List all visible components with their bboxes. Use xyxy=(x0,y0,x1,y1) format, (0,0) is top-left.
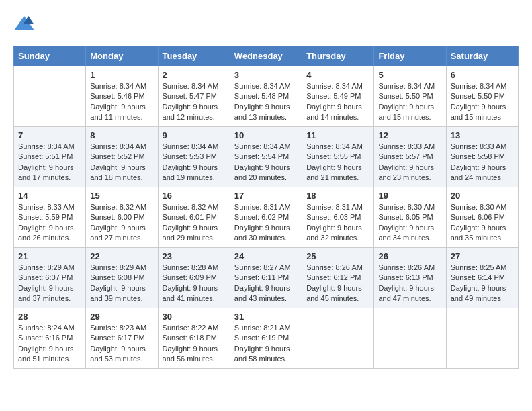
day-number: 2 xyxy=(163,70,226,80)
calendar-header: Sunday Monday Tuesday Wednesday Thursday… xyxy=(14,46,519,66)
page-header xyxy=(13,13,519,35)
day-number: 7 xyxy=(18,130,81,140)
day-number: 31 xyxy=(234,312,298,322)
day-info: Sunrise: 8:25 AMSunset: 6:14 PMDaylight:… xyxy=(451,263,514,304)
day-info: Sunrise: 8:31 AMSunset: 6:03 PMDaylight:… xyxy=(306,202,369,244)
day-number: 11 xyxy=(306,130,369,140)
table-row: 22Sunrise: 8:29 AMSunset: 6:08 PMDayligh… xyxy=(86,248,158,308)
day-number: 8 xyxy=(90,130,153,140)
day-number: 3 xyxy=(234,70,298,80)
table-row: 27Sunrise: 8:25 AMSunset: 6:14 PMDayligh… xyxy=(446,248,518,308)
day-info: Sunrise: 8:33 AMSunset: 5:59 PMDaylight:… xyxy=(18,202,81,244)
day-info: Sunrise: 8:27 AMSunset: 6:11 PMDaylight:… xyxy=(234,263,298,304)
day-info: Sunrise: 8:34 AMSunset: 5:50 PMDaylight:… xyxy=(451,81,514,123)
day-number: 15 xyxy=(90,191,153,201)
calendar-body: 1Sunrise: 8:34 AMSunset: 5:46 PMDaylight… xyxy=(14,66,519,369)
day-info: Sunrise: 8:34 AMSunset: 5:46 PMDaylight:… xyxy=(90,81,153,123)
table-row: 11Sunrise: 8:34 AMSunset: 5:55 PMDayligh… xyxy=(302,127,374,187)
day-number: 30 xyxy=(163,312,226,322)
day-info: Sunrise: 8:34 AMSunset: 5:53 PMDaylight:… xyxy=(163,142,226,183)
table-row: 15Sunrise: 8:32 AMSunset: 6:00 PMDayligh… xyxy=(86,187,158,248)
day-info: Sunrise: 8:31 AMSunset: 6:02 PMDaylight:… xyxy=(234,202,298,244)
day-info: Sunrise: 8:21 AMSunset: 6:19 PMDaylight:… xyxy=(234,323,298,365)
day-number: 28 xyxy=(18,312,81,322)
table-row: 20Sunrise: 8:30 AMSunset: 6:06 PMDayligh… xyxy=(446,187,518,248)
table-row: 4Sunrise: 8:34 AMSunset: 5:49 PMDaylight… xyxy=(302,66,374,127)
table-row: 1Sunrise: 8:34 AMSunset: 5:46 PMDaylight… xyxy=(86,66,158,127)
logo-icon xyxy=(13,13,35,35)
day-number: 18 xyxy=(306,191,369,201)
day-info: Sunrise: 8:29 AMSunset: 6:07 PMDaylight:… xyxy=(18,263,81,304)
day-number: 5 xyxy=(378,70,441,80)
table-row: 8Sunrise: 8:34 AMSunset: 5:52 PMDaylight… xyxy=(86,127,158,187)
day-number: 24 xyxy=(234,251,298,261)
table-row xyxy=(302,308,374,369)
day-number: 10 xyxy=(234,130,298,140)
table-row: 13Sunrise: 8:33 AMSunset: 5:58 PMDayligh… xyxy=(446,127,518,187)
day-info: Sunrise: 8:34 AMSunset: 5:52 PMDaylight:… xyxy=(90,142,153,183)
day-info: Sunrise: 8:26 AMSunset: 6:13 PMDaylight:… xyxy=(378,263,441,304)
day-info: Sunrise: 8:30 AMSunset: 6:05 PMDaylight:… xyxy=(378,202,441,244)
day-number: 16 xyxy=(163,191,226,201)
table-row: 30Sunrise: 8:22 AMSunset: 6:18 PMDayligh… xyxy=(158,308,230,369)
header-sunday: Sunday xyxy=(14,46,86,66)
table-row: 21Sunrise: 8:29 AMSunset: 6:07 PMDayligh… xyxy=(14,248,86,308)
day-info: Sunrise: 8:34 AMSunset: 5:51 PMDaylight:… xyxy=(18,142,81,183)
day-number: 17 xyxy=(234,191,298,201)
day-number: 14 xyxy=(18,191,81,201)
day-info: Sunrise: 8:34 AMSunset: 5:49 PMDaylight:… xyxy=(306,81,369,123)
header-friday: Friday xyxy=(374,46,446,66)
day-info: Sunrise: 8:34 AMSunset: 5:47 PMDaylight:… xyxy=(163,81,226,123)
day-info: Sunrise: 8:32 AMSunset: 6:00 PMDaylight:… xyxy=(90,202,153,244)
day-info: Sunrise: 8:30 AMSunset: 6:06 PMDaylight:… xyxy=(451,202,514,244)
day-number: 1 xyxy=(90,70,153,80)
table-row: 18Sunrise: 8:31 AMSunset: 6:03 PMDayligh… xyxy=(302,187,374,248)
day-number: 25 xyxy=(306,251,369,261)
table-row: 16Sunrise: 8:32 AMSunset: 6:01 PMDayligh… xyxy=(158,187,230,248)
day-number: 6 xyxy=(451,70,514,80)
day-info: Sunrise: 8:28 AMSunset: 6:09 PMDaylight:… xyxy=(163,263,226,304)
table-row: 17Sunrise: 8:31 AMSunset: 6:02 PMDayligh… xyxy=(230,187,302,248)
table-row: 26Sunrise: 8:26 AMSunset: 6:13 PMDayligh… xyxy=(374,248,446,308)
day-info: Sunrise: 8:34 AMSunset: 5:55 PMDaylight:… xyxy=(306,142,369,183)
day-info: Sunrise: 8:32 AMSunset: 6:01 PMDaylight:… xyxy=(163,202,226,244)
day-info: Sunrise: 8:33 AMSunset: 5:57 PMDaylight:… xyxy=(378,142,441,183)
table-row: 19Sunrise: 8:30 AMSunset: 6:05 PMDayligh… xyxy=(374,187,446,248)
day-info: Sunrise: 8:34 AMSunset: 5:50 PMDaylight:… xyxy=(378,81,441,123)
table-row: 2Sunrise: 8:34 AMSunset: 5:47 PMDaylight… xyxy=(158,66,230,127)
header-monday: Monday xyxy=(86,46,158,66)
day-number: 23 xyxy=(163,251,226,261)
day-number: 19 xyxy=(378,191,441,201)
table-row: 25Sunrise: 8:26 AMSunset: 6:12 PMDayligh… xyxy=(302,248,374,308)
table-row: 10Sunrise: 8:34 AMSunset: 5:54 PMDayligh… xyxy=(230,127,302,187)
day-number: 27 xyxy=(451,251,514,261)
table-row: 31Sunrise: 8:21 AMSunset: 6:19 PMDayligh… xyxy=(230,308,302,369)
table-row: 9Sunrise: 8:34 AMSunset: 5:53 PMDaylight… xyxy=(158,127,230,187)
day-info: Sunrise: 8:34 AMSunset: 5:54 PMDaylight:… xyxy=(234,142,298,183)
day-number: 9 xyxy=(163,130,226,140)
table-row: 23Sunrise: 8:28 AMSunset: 6:09 PMDayligh… xyxy=(158,248,230,308)
table-row: 7Sunrise: 8:34 AMSunset: 5:51 PMDaylight… xyxy=(14,127,86,187)
day-info: Sunrise: 8:24 AMSunset: 6:16 PMDaylight:… xyxy=(18,323,81,365)
table-row: 24Sunrise: 8:27 AMSunset: 6:11 PMDayligh… xyxy=(230,248,302,308)
day-info: Sunrise: 8:22 AMSunset: 6:18 PMDaylight:… xyxy=(163,323,226,365)
table-row xyxy=(14,66,86,127)
header-tuesday: Tuesday xyxy=(158,46,230,66)
day-number: 12 xyxy=(378,130,441,140)
table-row: 12Sunrise: 8:33 AMSunset: 5:57 PMDayligh… xyxy=(374,127,446,187)
day-number: 21 xyxy=(18,251,81,261)
table-row: 28Sunrise: 8:24 AMSunset: 6:16 PMDayligh… xyxy=(14,308,86,369)
table-row: 29Sunrise: 8:23 AMSunset: 6:17 PMDayligh… xyxy=(86,308,158,369)
day-number: 26 xyxy=(378,251,441,261)
day-number: 13 xyxy=(451,130,514,140)
calendar-table: Sunday Monday Tuesday Wednesday Thursday… xyxy=(13,46,519,369)
day-info: Sunrise: 8:29 AMSunset: 6:08 PMDaylight:… xyxy=(90,263,153,304)
day-info: Sunrise: 8:33 AMSunset: 5:58 PMDaylight:… xyxy=(451,142,514,183)
day-number: 4 xyxy=(306,70,369,80)
table-row xyxy=(446,308,518,369)
day-info: Sunrise: 8:23 AMSunset: 6:17 PMDaylight:… xyxy=(90,323,153,365)
header-saturday: Saturday xyxy=(446,46,518,66)
header-wednesday: Wednesday xyxy=(230,46,302,66)
table-row: 3Sunrise: 8:34 AMSunset: 5:48 PMDaylight… xyxy=(230,66,302,127)
table-row: 14Sunrise: 8:33 AMSunset: 5:59 PMDayligh… xyxy=(14,187,86,248)
